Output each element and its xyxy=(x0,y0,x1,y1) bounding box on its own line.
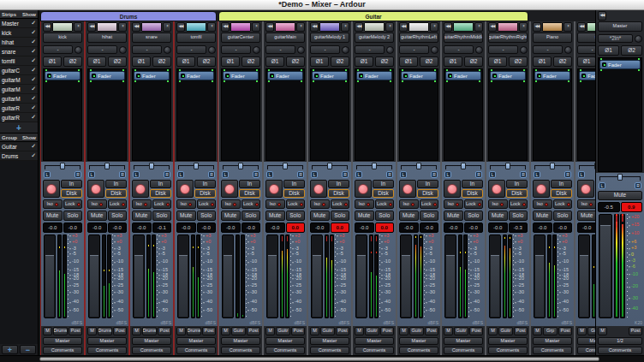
hide-strip-icon[interactable]: × xyxy=(118,22,127,32)
narrow-strip-icon[interactable]: ◀◀ xyxy=(176,22,185,32)
solo-lock-button[interactable]: Lock xyxy=(464,199,484,209)
monitor-disk-button[interactable]: Disk xyxy=(239,189,260,198)
group-button[interactable]: Grp xyxy=(587,327,595,335)
processor-led-icon[interactable] xyxy=(537,74,541,78)
gain-display[interactable]: -0.0 xyxy=(132,223,152,233)
output-button[interactable]: Master xyxy=(533,337,572,345)
pan-handle[interactable] xyxy=(505,163,510,169)
input-button[interactable]: - xyxy=(533,45,563,54)
add-strip-button[interactable]: + xyxy=(0,122,38,134)
trim-knob[interactable] xyxy=(431,46,438,54)
monitor-input-button[interactable]: In xyxy=(61,180,82,188)
hide-strip-icon[interactable]: × xyxy=(296,22,305,32)
meter-type-label[interactable]: dBFS xyxy=(472,321,483,325)
pan-right-button[interactable]: R xyxy=(297,171,304,178)
meter-type-label[interactable]: dBFS xyxy=(516,321,528,325)
meter-point-button[interactable]: Post xyxy=(425,327,438,335)
pan-right-button[interactable]: R xyxy=(342,171,349,178)
pan-right-button[interactable]: R xyxy=(564,171,571,178)
input-button[interactable]: - xyxy=(132,45,162,54)
gain-display[interactable]: -0.0 xyxy=(176,223,196,233)
trim-knob[interactable] xyxy=(386,46,394,54)
volume-fader[interactable] xyxy=(44,234,56,318)
input-button[interactable]: - xyxy=(221,45,251,54)
strip-name-button[interactable]: guitarMain xyxy=(265,33,305,43)
monitor-disk-button[interactable]: Disk xyxy=(194,189,216,198)
monitor-button[interactable]: M xyxy=(87,327,97,335)
hide-strip-icon[interactable]: × xyxy=(341,22,349,32)
processor-box[interactable]: Fader xyxy=(444,68,483,161)
hide-strip-icon[interactable]: × xyxy=(430,22,438,32)
hide-strip-icon[interactable]: × xyxy=(163,22,171,32)
peak-display[interactable]: 0.0 xyxy=(286,223,306,233)
monitor-button[interactable]: M xyxy=(176,327,186,335)
meter-bar[interactable] xyxy=(196,234,200,318)
phase-1-button[interactable]: Ø1 xyxy=(221,56,240,67)
comments-button[interactable]: Comments xyxy=(43,347,82,354)
strip-color-swatch[interactable] xyxy=(453,22,474,32)
group-button[interactable]: Guitr xyxy=(320,327,335,335)
comments-button[interactable]: Comments xyxy=(533,347,572,354)
trim-knob[interactable] xyxy=(75,46,82,54)
input-button[interactable]: - xyxy=(43,45,73,54)
pan-handle[interactable] xyxy=(327,163,332,169)
solo-isolate-button[interactable]: Iso xyxy=(355,199,374,209)
record-enable-button[interactable] xyxy=(355,180,372,198)
solo-isolate-button[interactable]: Iso xyxy=(577,199,595,209)
narrow-strip-icon[interactable]: ◀◀ xyxy=(598,11,606,21)
strip-name-button[interactable]: kick xyxy=(43,33,82,43)
processor-led-icon[interactable] xyxy=(270,74,274,78)
strip-visible-checkmark[interactable]: ✓ xyxy=(31,39,36,45)
monitor-input-button[interactable]: In xyxy=(105,180,127,188)
meter-type-label[interactable]: dBFS xyxy=(71,321,82,325)
master-input-button[interactable]: *2in* xyxy=(598,34,633,43)
meter-point-button[interactable]: Post xyxy=(202,327,216,335)
processor-led-icon[interactable] xyxy=(602,62,606,67)
strip-color-swatch[interactable] xyxy=(275,22,295,32)
fader-handle[interactable] xyxy=(179,255,188,317)
gain-display[interactable]: -0.0 xyxy=(533,223,552,233)
solo-isolate-button[interactable]: Iso xyxy=(132,199,152,209)
fader-processor-entry[interactable]: Fader xyxy=(534,71,570,80)
volume-fader[interactable] xyxy=(266,234,278,318)
strip-name-button[interactable]: st xyxy=(577,33,595,43)
fader-processor-entry[interactable]: Fader xyxy=(45,71,80,80)
fader-handle[interactable] xyxy=(357,255,366,317)
record-enable-button[interactable] xyxy=(265,180,283,198)
sidebar-strip-row[interactable]: kick✓ xyxy=(0,28,38,38)
solo-isolate-button[interactable]: Iso xyxy=(176,199,196,209)
output-button[interactable]: Master xyxy=(43,337,82,345)
trim-knob[interactable] xyxy=(564,46,572,54)
meter-point-button[interactable]: Post xyxy=(158,327,171,335)
narrow-strip-icon[interactable]: ◀◀ xyxy=(43,22,51,32)
group-button[interactable]: Guitr xyxy=(409,327,424,335)
peak-display[interactable]: -0.1 xyxy=(152,223,172,233)
group-button[interactable]: Guitr xyxy=(454,327,468,335)
solo-lock-button[interactable]: Lock xyxy=(242,199,261,209)
processor-led-icon[interactable] xyxy=(136,74,140,78)
solo-lock-button[interactable]: Lock xyxy=(152,199,172,209)
record-enable-button[interactable] xyxy=(310,180,327,198)
meter-type-label[interactable]: dBFS xyxy=(383,321,394,325)
peak-display[interactable]: -0.0 xyxy=(553,223,573,233)
gain-display[interactable]: -0.0 xyxy=(355,223,374,233)
phase-2-button[interactable]: Ø2 xyxy=(621,45,642,56)
trim-knob[interactable] xyxy=(635,35,642,43)
pan-right-button[interactable]: R xyxy=(253,171,259,178)
comments-button[interactable]: Comments xyxy=(355,347,394,354)
meter-bar[interactable] xyxy=(503,234,507,318)
gain-display[interactable]: -0.0 xyxy=(310,223,330,233)
meter-type-label[interactable]: dBFS xyxy=(427,321,438,325)
input-button[interactable]: - xyxy=(176,45,206,54)
group-button[interactable]: Drums xyxy=(187,327,201,335)
strip-color-swatch[interactable] xyxy=(319,22,340,32)
pan-right-button[interactable]: R xyxy=(475,171,482,178)
clip-indicator[interactable] xyxy=(326,236,327,241)
solo-button[interactable]: Solo xyxy=(464,211,484,221)
sidebar-strip-row[interactable]: guitarM✓ xyxy=(0,85,38,94)
hide-strip-icon[interactable]: × xyxy=(385,22,394,32)
processor-box[interactable]: Fader xyxy=(310,68,349,161)
clip-indicator[interactable] xyxy=(622,216,623,222)
meter-bar[interactable] xyxy=(236,234,240,318)
processor-box[interactable]: Fader xyxy=(87,68,127,161)
